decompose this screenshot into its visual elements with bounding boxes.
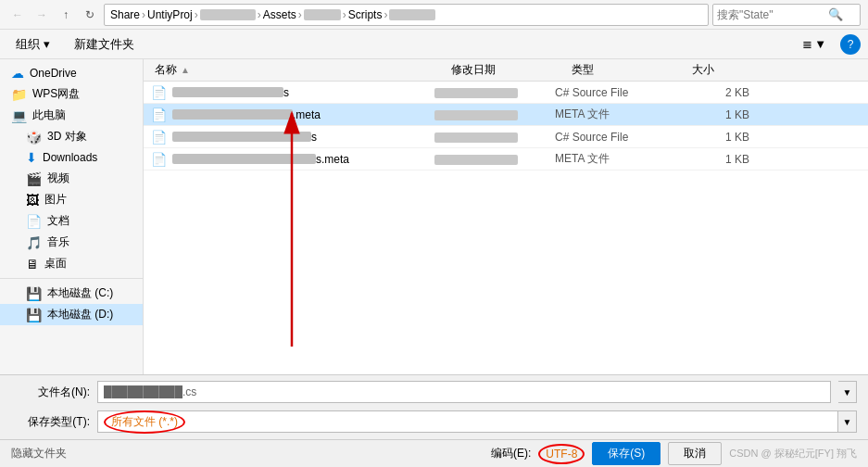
filetype-select[interactable]: 所有文件 (*.*) xyxy=(97,410,838,433)
sidebar-divider xyxy=(0,278,143,279)
file-date-cell xyxy=(434,131,555,144)
breadcrumb-blurred1 xyxy=(200,9,256,20)
content-wrapper: 名称 ▲ 修改日期 类型 大小 📄 s xyxy=(144,59,868,374)
sidebar-item-onedrive[interactable]: ☁ OneDrive xyxy=(0,63,143,83)
thispc-icon: 💻 xyxy=(11,108,27,123)
file-row[interactable]: 📄 s C# Source File 2 KB xyxy=(144,82,868,104)
encoding-value: UTF-8 xyxy=(538,444,585,464)
filetype-value: 所有文件 (*.*) xyxy=(104,410,185,434)
breadcrumb-proj[interactable]: UntiyProj xyxy=(147,8,193,21)
organize-button[interactable]: 组织 ▾ xyxy=(7,33,58,56)
sidebar-item-wps[interactable]: 📁 WPS网盘 xyxy=(0,83,143,105)
file-name-blurred xyxy=(172,109,293,120)
help-button[interactable]: ? xyxy=(840,34,861,55)
cancel-button[interactable]: 取消 xyxy=(668,442,722,465)
status-bar: 隐藏文件夹 编码(E): UTF-8 保存(S) 取消 CSDN @ 探秘纪元[… xyxy=(0,439,868,467)
pictures-icon: 🖼 xyxy=(26,193,39,208)
filename-input[interactable] xyxy=(97,381,831,403)
sidebar-item-music[interactable]: 🎵 音乐 xyxy=(0,232,143,253)
col-header-type[interactable]: 类型 xyxy=(568,59,688,81)
file-icon: 📄 xyxy=(151,130,167,145)
file-name-cell: 📄 s xyxy=(151,130,434,145)
file-row[interactable]: 📄 s C# Source File 1 KB xyxy=(144,126,868,148)
file-size-cell: 1 KB xyxy=(675,108,749,121)
sidebar-label-locald: 本地磁盘 (D:) xyxy=(47,307,113,322)
sidebar-item-thispc[interactable]: 💻 此电脑 xyxy=(0,105,143,126)
sort-arrow-name: ▲ xyxy=(181,65,190,75)
view-arrow: ▼ xyxy=(814,37,826,51)
sidebar-item-localc[interactable]: 💾 本地磁盘 (C:) xyxy=(0,283,143,304)
file-type-cell: META 文件 xyxy=(555,151,675,167)
encoding-label: 编码(E): xyxy=(491,446,531,461)
column-headers: 名称 ▲ 修改日期 类型 大小 xyxy=(144,59,868,82)
file-name-suffix: s.meta xyxy=(316,153,349,166)
filetype-wrapper: 所有文件 (*.*) ▼ xyxy=(97,410,857,433)
sidebar-item-pictures[interactable]: 🖼 图片 xyxy=(0,189,143,210)
desktop-icon: 🖥 xyxy=(26,257,39,271)
file-size-cell: 2 KB xyxy=(675,86,749,99)
sidebar-label-downloads: Downloads xyxy=(43,151,97,164)
file-icon: 📄 xyxy=(151,85,167,100)
file-name-cell: 📄 s.meta xyxy=(151,152,434,167)
file-name-suffix: s xyxy=(311,131,317,144)
file-type-cell: C# Source File xyxy=(555,131,675,144)
file-size-cell: 1 KB xyxy=(675,153,749,166)
file-date-blurred xyxy=(434,133,518,143)
3dobjects-icon: 🎲 xyxy=(26,130,42,145)
file-date-cell xyxy=(434,108,555,121)
sidebar-label-desktop: 桌面 xyxy=(44,256,67,271)
file-name-suffix: .meta xyxy=(293,108,321,121)
filename-dropdown[interactable]: ▼ xyxy=(838,381,857,403)
sidebar-label-localc: 本地磁盘 (C:) xyxy=(47,285,113,301)
sidebar-label-thispc: 此电脑 xyxy=(32,107,66,123)
sidebar-item-3dobjects[interactable]: 🎲 3D 对象 xyxy=(0,126,143,147)
view-button[interactable]: ≣ ▼ xyxy=(796,34,833,54)
refresh-button[interactable]: ↻ xyxy=(80,5,100,25)
new-folder-button[interactable]: 新建文件夹 xyxy=(66,33,143,56)
file-row[interactable]: 📄 .meta META 文件 1 KB xyxy=(144,104,868,126)
watermark: CSDN @ 探秘纪元[FY] 翔飞 xyxy=(729,447,857,461)
filetype-label: 保存类型(T): xyxy=(11,414,90,430)
downloads-icon: ⬇ xyxy=(26,150,37,165)
search-box: 🔍 xyxy=(712,4,861,26)
file-date-blurred xyxy=(434,88,518,98)
sidebar-item-downloads[interactable]: ⬇ Downloads xyxy=(0,147,143,168)
filetype-dropdown[interactable]: ▼ xyxy=(838,410,857,433)
search-icon[interactable]: 🔍 xyxy=(828,7,843,21)
col-header-name[interactable]: 名称 ▲ xyxy=(151,59,447,81)
file-row[interactable]: 📄 s.meta META 文件 1 KB xyxy=(144,148,868,170)
file-list: 📄 s C# Source File 2 KB 📄 .meta xyxy=(144,82,868,374)
file-name-blurred xyxy=(172,154,316,164)
locald-icon: 💾 xyxy=(26,308,42,322)
filename-row: 文件名(N): ▼ xyxy=(0,375,868,409)
col-header-date[interactable]: 修改日期 xyxy=(447,59,568,81)
breadcrumb-share[interactable]: Share xyxy=(110,8,140,21)
sidebar-item-videos[interactable]: 🎬 视频 xyxy=(0,168,143,189)
up-button[interactable]: ↑ xyxy=(56,5,76,25)
music-icon: 🎵 xyxy=(26,235,42,250)
videos-icon: 🎬 xyxy=(26,171,42,186)
file-icon: 📄 xyxy=(151,107,167,122)
sidebar-item-desktop[interactable]: 🖥 桌面 xyxy=(0,253,143,274)
breadcrumb-assets[interactable]: Assets xyxy=(263,8,296,21)
back-button[interactable]: ← xyxy=(7,5,28,25)
file-type-cell: C# Source File xyxy=(555,86,675,99)
onedrive-icon: ☁ xyxy=(11,66,24,81)
title-bar: ← → ↑ ↻ Share › UntiyProj › › Assets › ›… xyxy=(0,0,868,30)
save-button[interactable]: 保存(S) xyxy=(592,442,660,465)
sidebar-label-videos: 视频 xyxy=(47,170,69,186)
col-header-size[interactable]: 大小 xyxy=(688,59,762,81)
sidebar-item-locald[interactable]: 💾 本地磁盘 (D:) xyxy=(0,304,143,325)
breadcrumb-blurred2 xyxy=(304,9,341,20)
breadcrumb-scripts[interactable]: Scripts xyxy=(348,8,383,21)
sidebar-item-documents[interactable]: 📄 文档 xyxy=(0,210,143,232)
search-input[interactable] xyxy=(717,8,828,21)
main-area: ☁ OneDrive 📁 WPS网盘 💻 此电脑 🎲 3D 对象 ⬇ Downl… xyxy=(0,59,868,374)
documents-icon: 📄 xyxy=(26,214,42,229)
file-type-cell: META 文件 xyxy=(555,107,675,122)
file-size-cell: 1 KB xyxy=(675,131,749,144)
file-name-suffix: s xyxy=(283,86,289,99)
forward-button[interactable]: → xyxy=(31,5,52,25)
breadcrumb-blurred3 xyxy=(389,9,435,20)
file-date-blurred xyxy=(434,110,518,120)
